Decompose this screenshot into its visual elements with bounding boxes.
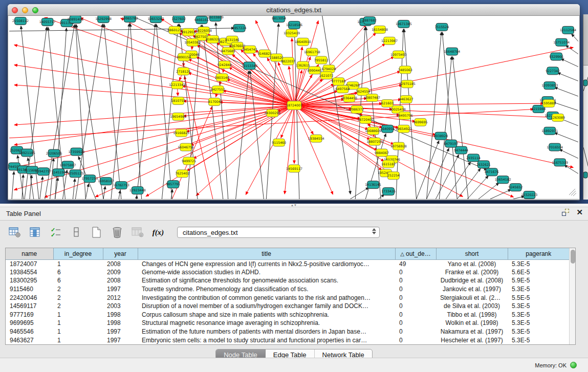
table-row[interactable]: 977716911998Corpus callosum shape and si… xyxy=(6,311,569,319)
node-label: 20891406 xyxy=(67,17,83,21)
node-label: 7515524 xyxy=(434,25,449,29)
table-cell: 0 xyxy=(395,327,436,336)
node-label: 6466161 xyxy=(194,18,209,21)
node-label: 12112584 xyxy=(560,28,576,32)
node-label: 20206505 xyxy=(46,151,62,155)
node-label: 9146821 xyxy=(257,52,272,55)
column-header-pagerank[interactable]: pagerank xyxy=(508,248,569,259)
node-label: 15892971 xyxy=(541,129,558,133)
row-height-button[interactable] xyxy=(69,225,84,239)
column-header-name[interactable]: name xyxy=(6,248,53,259)
node-label: 18300295 xyxy=(264,111,280,115)
node-label: 8990445 xyxy=(308,69,322,72)
table-cell: Jankovic et al. (1997) xyxy=(436,285,508,294)
window-resize-grip[interactable] xyxy=(569,189,576,196)
table-row[interactable]: 946362711997Embryonic stem cells: a mode… xyxy=(6,336,569,344)
node-label: 9131546 xyxy=(225,38,239,41)
table-row[interactable]: 1872400712008Changes of HCN gene express… xyxy=(6,259,569,268)
table-settings-button[interactable] xyxy=(7,225,23,239)
node-label: 8822037 xyxy=(281,59,295,63)
table-cell: Estimation of the future numbers of pati… xyxy=(138,327,395,336)
table-cell: 9465546 xyxy=(6,327,53,336)
node-label: 8454743 xyxy=(243,48,257,51)
network-window: citations_edges.txt 21508112140557173911… xyxy=(8,4,580,200)
node-label: 2718126 xyxy=(176,70,190,73)
node-label: 8186328 xyxy=(206,37,220,41)
data-table[interactable]: namein_degreeyeartitle△out_de…shortpager… xyxy=(6,248,569,344)
table-row[interactable]: 1938455462009Genome-wide association stu… xyxy=(6,268,569,277)
float-panel-icon[interactable] xyxy=(562,209,569,216)
delete-column-button[interactable] xyxy=(110,225,125,239)
node-label: 10325419 xyxy=(284,31,300,35)
table-cell: 1 xyxy=(53,259,103,268)
table-cell: Structural magnetic resonance image aver… xyxy=(138,319,395,327)
node-label: 10688609 xyxy=(365,129,381,133)
table-column-icon xyxy=(30,227,41,238)
column-header-short[interactable]: short xyxy=(436,248,508,259)
node-label: 9884067 xyxy=(375,151,389,155)
table-cell: 0 xyxy=(395,293,436,302)
node-label: 7632621 xyxy=(476,163,491,166)
network-canvas[interactable]: 2150811214055717391131820891406162929981… xyxy=(8,16,580,200)
status-bar: Memory: OK xyxy=(0,358,588,372)
network-graph[interactable]: 2150811214055717391131820891406162929981… xyxy=(8,16,579,199)
column-header-title[interactable]: title xyxy=(138,248,395,259)
node-label: 16958107 xyxy=(98,179,114,183)
node-label: 16648784 xyxy=(444,50,460,53)
node-label: 9463627 xyxy=(399,97,413,101)
node-label: 16154808 xyxy=(372,28,388,31)
column-visibility-button[interactable] xyxy=(28,225,43,239)
column-header-year[interactable]: year xyxy=(103,248,138,259)
node-label: 1615182 xyxy=(381,162,396,166)
network-window-titlebar[interactable]: citations_edges.txt xyxy=(8,4,580,16)
table-cell: Estimation of significance thresholds fo… xyxy=(138,276,395,285)
table-cell: 2009 xyxy=(103,268,138,277)
node-label: 14569117 xyxy=(286,167,302,170)
background-window-canvas-fragment xyxy=(583,14,588,200)
node-label: 817004 xyxy=(208,100,221,103)
scrollbar-thumb[interactable] xyxy=(571,250,575,264)
node-label: 7955812 xyxy=(314,58,329,62)
node-label: 19654985 xyxy=(170,115,186,118)
node-label: 9499725 xyxy=(182,159,196,163)
column-header-in_degree[interactable]: in_degree xyxy=(53,248,103,259)
table-cell: 0 xyxy=(395,319,436,327)
node-label: 13942757 xyxy=(35,169,52,173)
node-label: 6497568 xyxy=(336,87,350,91)
table-row[interactable]: 911546021997Tourette syndrome. Phenomeno… xyxy=(6,285,569,294)
node-label: 1588520 xyxy=(269,56,284,59)
panel-splitter[interactable]: ▲▼ xyxy=(0,204,588,207)
select-rows-button[interactable]: ✓ ✓ xyxy=(48,225,63,239)
new-column-button[interactable] xyxy=(89,225,104,239)
table-row[interactable]: 969969511998Structural magnetic resonanc… xyxy=(6,319,569,327)
column-header-out_de[interactable]: △out_de… xyxy=(395,248,436,259)
table-row[interactable]: 946554611997Estimation of the future num… xyxy=(6,327,569,336)
node-label: 9699695 xyxy=(413,120,428,124)
node-label: 7625402 xyxy=(175,171,189,175)
node-label: 14055717 xyxy=(39,20,56,24)
table-selector-dropdown[interactable]: citations_edges.txt xyxy=(177,227,380,238)
node-label: 20153346 xyxy=(242,64,258,68)
table-cell: 1997 xyxy=(103,336,138,344)
window-title: citations_edges.txt xyxy=(8,6,580,14)
table-cell: 2 xyxy=(53,293,103,302)
table-scrollbar[interactable] xyxy=(569,248,575,344)
node-label: 8813054 xyxy=(272,16,286,20)
table-cell: Tourette syndrome. Phenomenology and cla… xyxy=(138,285,395,294)
node-label: 18226058 xyxy=(195,29,212,32)
screen: citations_edges.txt 21508112140557173911… xyxy=(0,0,588,372)
table-cell: 1998 xyxy=(103,311,138,319)
node-label: 8912955 xyxy=(181,30,195,34)
table-row[interactable]: 1830029562008Estimation of significance … xyxy=(6,276,569,285)
table-row[interactable]: 2242004622012Investigating the contribut… xyxy=(6,293,569,302)
table-cell: 9463627 xyxy=(6,336,53,344)
table-row[interactable]: 1456911722003Disruption of a novel membe… xyxy=(6,302,569,311)
table-cell: Tibbo et al. (1998) xyxy=(436,311,508,319)
close-panel-icon[interactable]: ✕ xyxy=(576,209,583,216)
table-cell: 1 xyxy=(53,327,103,336)
table-cell: Hescheler et al. (1997) xyxy=(436,336,508,344)
node-label: 2935114 xyxy=(466,156,481,160)
function-builder-button[interactable]: f(x) xyxy=(150,225,166,239)
memory-status: Memory: OK xyxy=(535,362,567,368)
table-cell: Yano et al. (2008) xyxy=(436,259,508,268)
